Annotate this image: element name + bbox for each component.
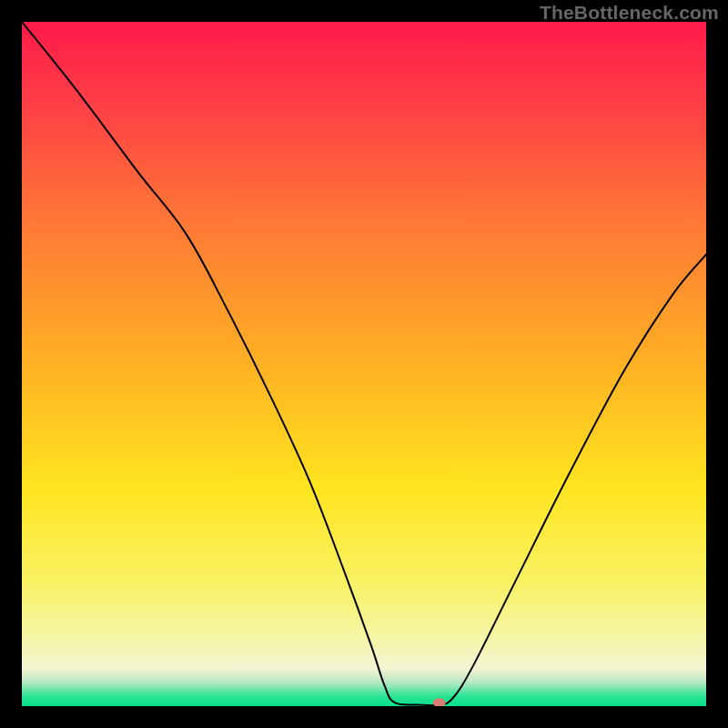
plot-area	[22, 22, 706, 706]
chart-svg	[22, 22, 706, 706]
chart-frame: TheBottleneck.com	[0, 0, 728, 728]
gradient-background	[22, 22, 706, 706]
watermark-text: TheBottleneck.com	[540, 2, 719, 24]
